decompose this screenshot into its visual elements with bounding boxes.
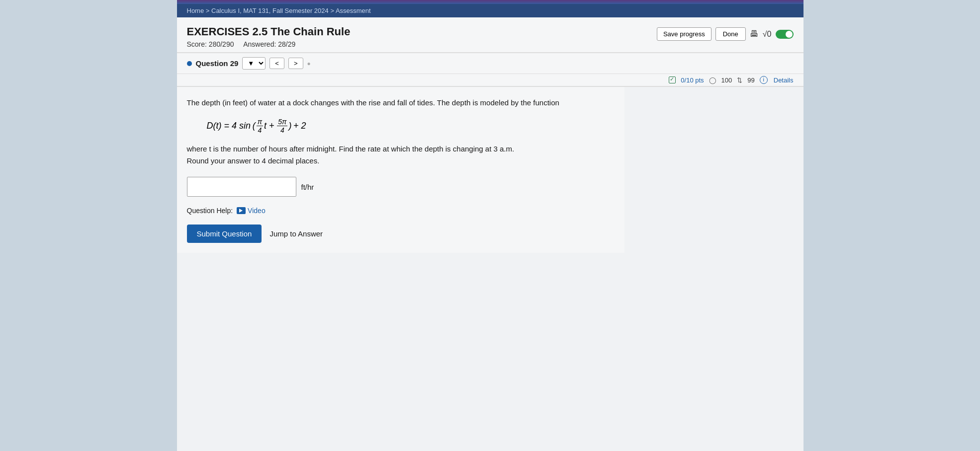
submit-question-button[interactable]: Submit Question: [187, 225, 262, 243]
info-icon[interactable]: i: [760, 76, 768, 84]
question-nav-bar: Question 29 ▼ < > ●: [177, 53, 803, 74]
question-marker: ●: [307, 60, 311, 67]
answer-row: ft/hr: [187, 177, 615, 197]
main-window: Home > Calculus I, MAT 131, Fall Semeste…: [177, 0, 803, 451]
toggle-switch[interactable]: [776, 30, 794, 39]
sqrt-icon: √0: [763, 30, 772, 39]
header-left: EXERCISES 2.5 The Chain Rule Score: 280/…: [187, 25, 351, 48]
checkbox-icon: [669, 76, 676, 83]
play-icon: [237, 207, 246, 214]
timer-value: 100: [721, 76, 732, 84]
jump-to-answer-button[interactable]: Jump to Answer: [267, 225, 325, 243]
question-dropdown[interactable]: ▼: [242, 57, 266, 70]
unit-label: ft/hr: [301, 183, 314, 191]
video-button[interactable]: Video: [237, 207, 266, 215]
recycle-icon: ⇅: [737, 76, 742, 84]
score-label: Score: 280/290: [187, 40, 234, 48]
save-progress-button[interactable]: Save progress: [657, 27, 712, 41]
recycle-value: 99: [747, 76, 754, 84]
breadcrumb: Home > Calculus I, MAT 131, Fall Semeste…: [177, 4, 803, 17]
answer-input[interactable]: [187, 177, 296, 197]
details-link[interactable]: Details: [774, 76, 794, 84]
question-text-1: The depth (in feet) of water at a dock c…: [187, 97, 615, 109]
done-button[interactable]: Done: [715, 27, 746, 41]
points-bar: 0/10 pts ◯ 100 ⇅ 99 i Details: [177, 74, 803, 86]
action-row: Submit Question Jump to Answer: [187, 225, 615, 243]
question-text-2: where t is the number of hours after mid…: [187, 143, 615, 167]
score-line: Score: 280/290 Answered: 28/29: [187, 40, 351, 48]
timer-icon: ◯: [709, 76, 716, 84]
header-right: Save progress Done 🖶 √0: [657, 27, 794, 41]
question-label: Question 29: [196, 59, 239, 68]
prev-question-button[interactable]: <: [269, 58, 284, 69]
print-icon[interactable]: 🖶: [750, 29, 759, 39]
question-status-dot: [187, 61, 192, 66]
main-content: The depth (in feet) of water at a dock c…: [177, 87, 624, 253]
page-title: EXERCISES 2.5 The Chain Rule: [187, 25, 351, 38]
help-row: Question Help: Video: [187, 207, 615, 215]
pts-badge: 0/10 pts: [681, 76, 704, 84]
answered-label: Answered: 28/29: [243, 40, 295, 48]
next-question-button[interactable]: >: [288, 58, 303, 69]
formula-display: D(t) = 4 sin ( π 4 t + 5π 4 ) + 2: [207, 118, 615, 134]
question-help-label: Question Help:: [187, 207, 233, 215]
header-section: EXERCISES 2.5 The Chain Rule Score: 280/…: [177, 17, 803, 53]
top-bar: [177, 0, 803, 4]
video-label: Video: [248, 207, 266, 215]
